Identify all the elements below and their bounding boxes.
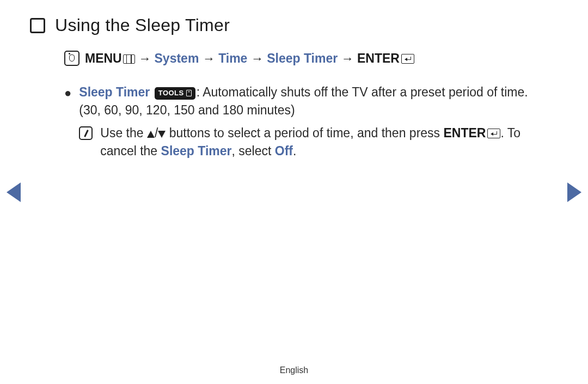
- down-arrow-icon: [158, 131, 166, 138]
- body-content: MENU → System → Time → Sleep Timer → ENT…: [0, 51, 588, 160]
- path-enter: ENTER: [357, 51, 400, 65]
- touch-icon: [64, 51, 79, 66]
- note-text: Use the / buttons to select a period of …: [100, 124, 539, 161]
- tools-sub-icon: [186, 90, 192, 96]
- next-page-button[interactable]: [567, 182, 581, 202]
- up-arrow-icon: [147, 131, 155, 138]
- path-sleep-timer: Sleep Timer: [267, 51, 338, 65]
- menu-icon: [123, 54, 135, 64]
- note-part2: buttons to select a period of time, and …: [166, 126, 443, 140]
- prev-page-button[interactable]: [7, 182, 21, 202]
- note-sleep-timer: Sleep Timer: [161, 144, 232, 158]
- page-title: Using the Sleep Timer: [55, 15, 230, 35]
- tools-label: TOOLS: [158, 88, 184, 99]
- section-icon: [30, 18, 45, 33]
- note-part5: .: [293, 144, 296, 158]
- note-off: Off: [275, 144, 293, 158]
- path-menu: MENU: [85, 51, 122, 65]
- path-system: System: [155, 51, 199, 65]
- arrow-icon: →: [251, 51, 264, 65]
- arrow-icon: →: [138, 51, 151, 65]
- arrow-icon: →: [341, 51, 354, 65]
- note-enter: ENTER: [443, 126, 486, 140]
- note-row: Use the / buttons to select a period of …: [79, 124, 539, 161]
- tools-badge: TOOLS: [155, 87, 195, 100]
- menu-path: MENU → System → Time → Sleep Timer → ENT…: [64, 51, 539, 66]
- feature-bullet: ● Sleep Timer TOOLS: Automatically shuts…: [64, 83, 539, 160]
- arrow-icon: →: [203, 51, 215, 65]
- bullet-body: Sleep Timer TOOLS: Automatically shuts o…: [79, 83, 539, 160]
- note-part4: , select: [232, 144, 275, 158]
- path-time: Time: [218, 51, 247, 65]
- manual-page: Using the Sleep Timer MENU → System → Ti…: [0, 0, 588, 384]
- enter-icon: [487, 129, 500, 138]
- footer-language: English: [0, 365, 588, 375]
- feature-name: Sleep Timer: [79, 85, 150, 99]
- page-header: Using the Sleep Timer: [0, 15, 588, 35]
- enter-icon: [401, 54, 414, 64]
- note-icon: [79, 126, 93, 140]
- note-part1: Use the: [100, 126, 147, 140]
- bullet-icon: ●: [64, 83, 71, 160]
